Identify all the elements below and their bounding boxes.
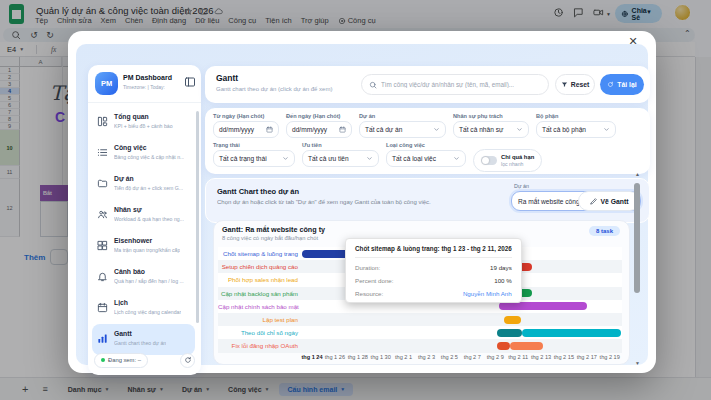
- filter-label: Dự án: [359, 113, 446, 119]
- filter-from-date: Từ ngày (Hạn chót)dd/mm/yyyy: [213, 113, 279, 138]
- sidebar-item-công-việc[interactable]: Công việcBảng công việc & cập nhật n...: [92, 138, 195, 169]
- axis-tick: thg 2 3: [418, 354, 435, 360]
- sidebar-item-label: Eisenhower: [114, 237, 152, 244]
- gantt-bar-segment[interactable]: [522, 329, 621, 337]
- filter-assignee-select[interactable]: Tất cả nhân sự: [453, 121, 529, 138]
- dashboard-sidebar: PM PM Dashboard Timezone: | Today: Tổng …: [88, 65, 201, 375]
- overdue-only-toggle[interactable]: Chỉ quá hạnlọc nhanh: [473, 149, 542, 172]
- tooltip-row: Duration:19 days: [355, 264, 512, 271]
- draw-gantt-button[interactable]: Vẽ Gantt: [578, 191, 640, 211]
- funnel-icon: [561, 81, 568, 88]
- gantt-task-label[interactable]: Lập test plan: [218, 313, 298, 326]
- sidebar-item-cảnh-báo[interactable]: Cảnh báoQuá hạn / sắp đến hạn / log ...: [92, 262, 195, 293]
- sidebar-item-desc: Quá hạn / sắp đến hạn / log ...: [114, 278, 184, 284]
- sidebar-scrollbar[interactable]: [196, 111, 199, 323]
- filter-from-date-input[interactable]: dd/mm/yyyy: [213, 121, 279, 138]
- gantt-bar-segment[interactable]: [499, 302, 587, 310]
- gantt-task-label[interactable]: Fix lỗi đăng nhập OAuth: [218, 339, 298, 352]
- tooltip-row-label: Percent done:: [355, 277, 394, 284]
- sidebar-item-tổng-quan[interactable]: Tổng quanKPI + biểu đồ + cảnh báo: [92, 107, 195, 138]
- scroll-down-icon[interactable]: ▼: [634, 360, 641, 366]
- filter-assignee: Nhân sự phụ tráchTất cả nhân sự: [453, 113, 529, 138]
- tooltip-row-value[interactable]: Nguyễn Minh Anh: [463, 290, 512, 297]
- watching-status-label: Đang xem: –: [108, 357, 141, 363]
- tooltip-row-value: 19 days: [490, 264, 512, 271]
- reset-button[interactable]: Reset: [555, 74, 595, 95]
- gantt-bar-segment[interactable]: [510, 342, 543, 350]
- filter-label: Bộ phận: [536, 113, 616, 119]
- modal-panel: PM PM Dashboard Timezone: | Today: Tổng …: [76, 44, 648, 365]
- toggle-knob: [482, 157, 489, 164]
- filter-task-type-select[interactable]: Tất cả loại việc: [386, 150, 466, 167]
- sidebar-collapse-icon[interactable]: [184, 76, 196, 88]
- filter-value: Tất cả ưu tiên: [308, 155, 349, 162]
- sidebar-item-nhân-sự[interactable]: Nhân sựWorkload & quá hạn theo ng...: [92, 200, 195, 231]
- tooltip-row-label: Resource:: [355, 290, 383, 297]
- gantt-task-label[interactable]: Theo dõi chỉ số ngày: [218, 326, 298, 339]
- sidebar-item-dự-án[interactable]: Dự ánTiến độ dự án + click xem G...: [92, 169, 195, 200]
- search-input[interactable]: Tìm công việc/dự án/nhân sự (tên, mã, em…: [361, 74, 549, 95]
- gantt-task-bars: [302, 313, 622, 326]
- filter-to-date-input[interactable]: dd/mm/yyyy: [286, 121, 352, 138]
- search-placeholder: Tìm công việc/dự án/nhân sự (tên, mã, em…: [381, 81, 514, 88]
- matrix-icon: [97, 240, 108, 251]
- filter-project-select[interactable]: Tất cả dự án: [359, 121, 446, 138]
- pen-icon: [590, 197, 598, 205]
- filter-label: Nhân sự phụ trách: [453, 113, 529, 119]
- calendar-icon: [339, 126, 346, 133]
- filter-department-select[interactable]: Tất cả bộ phận: [536, 121, 616, 138]
- reload-label: Tải lại: [617, 81, 636, 88]
- chevron-down-icon: [433, 126, 440, 133]
- sidebar-footer: Đang xem: –: [94, 351, 195, 369]
- filter-label: Đến ngày (Hạn chót): [286, 113, 352, 119]
- gantt-task-label[interactable]: Chốt sitemap & luồng trang: [218, 247, 298, 260]
- gantt-task-label[interactable]: Cập nhật backlog sản phẩm: [218, 287, 298, 300]
- chart-subtitle: 8 công việc có ngày bắt đầu/hạn chót: [222, 235, 318, 241]
- gantt-bar-segment[interactable]: [497, 342, 510, 350]
- filter-to-date: Đến ngày (Hạn chót)dd/mm/yyyy: [286, 113, 352, 138]
- refresh-icon: [607, 81, 614, 88]
- scroll-up-icon[interactable]: ▲: [634, 171, 641, 177]
- tooltip-row: Resource:Nguyễn Minh Anh: [355, 290, 512, 297]
- filter-label: Loại công việc: [386, 142, 466, 148]
- chevron-down-icon: [453, 155, 460, 162]
- sidebar-item-desc: Bảng công việc & cập nhật n...: [114, 154, 184, 160]
- sidebar-item-eisenhower[interactable]: EisenhowerMa trận quan trọng/khẩn cấp: [92, 231, 195, 262]
- filter-status-select[interactable]: Tất cả trạng thái: [213, 150, 295, 167]
- axis-tick: thg 1 24: [301, 354, 322, 360]
- tooltip-title: Chốt sitemap & luồng trang: thg 1 23 - t…: [355, 245, 512, 258]
- sidebar-item-label: Gantt: [114, 330, 132, 337]
- gantt-task-label[interactable]: Phối hợp sales nhận lead: [218, 273, 298, 286]
- tooltip-row-label: Duration:: [355, 264, 380, 271]
- gantt-task-label[interactable]: Cập nhật chính sách bảo mật: [218, 300, 298, 313]
- content-scrollbar[interactable]: [634, 183, 640, 293]
- filter-value: Tất cả nhân sự: [459, 126, 503, 133]
- filter-value: Tất cả bộ phận: [542, 126, 586, 133]
- sidebar-item-desc: Lịch công việc dạng calendar: [114, 309, 181, 315]
- gantt-bar-segment[interactable]: [504, 316, 522, 324]
- axis-tick: thg 1 30: [371, 354, 391, 360]
- filter-priority-select[interactable]: Tất cả ưu tiên: [302, 150, 379, 167]
- filter-task-type: Loại công việcTất cả loại việc: [386, 142, 466, 172]
- gantt-axis: thg 1 24thg 1 26thg 1 28thg 1 30thg 2 1t…: [302, 354, 622, 364]
- sidebar-item-desc: Tiến độ dự án + click xem G...: [114, 185, 183, 191]
- sidebar-refresh-button[interactable]: [180, 353, 195, 368]
- chart-title: Gantt: Ra mắt website công ty: [222, 225, 325, 234]
- gantt-bar-segment[interactable]: [497, 329, 522, 337]
- refresh-icon: [184, 356, 192, 364]
- gantt-task-label[interactable]: Setup chiến dịch quảng cáo: [218, 260, 298, 273]
- axis-tick: thg 2 15: [554, 354, 574, 360]
- gantt-section: Gantt Chart theo dự án Chọn dự án hoặc c…: [205, 178, 650, 223]
- people-icon: [97, 209, 108, 220]
- bell-icon: [97, 271, 108, 282]
- sidebar-item-lịch[interactable]: LịchLịch công việc dạng calendar: [92, 293, 195, 324]
- reload-button[interactable]: Tải lại: [600, 74, 644, 95]
- tooltip-row-value: 100 %: [494, 277, 512, 284]
- filter-value: Tất cả loại việc: [392, 155, 436, 162]
- view-title: Gantt: [216, 73, 238, 83]
- sidebar-item-label: Công việc: [114, 144, 146, 151]
- filter-project: Dự ánTất cả dự án: [359, 113, 446, 138]
- gantt-task-row: Fix lỗi đăng nhập OAuth: [218, 339, 622, 352]
- axis-tick: thg 1 28: [348, 354, 368, 360]
- calendar-icon: [266, 126, 273, 133]
